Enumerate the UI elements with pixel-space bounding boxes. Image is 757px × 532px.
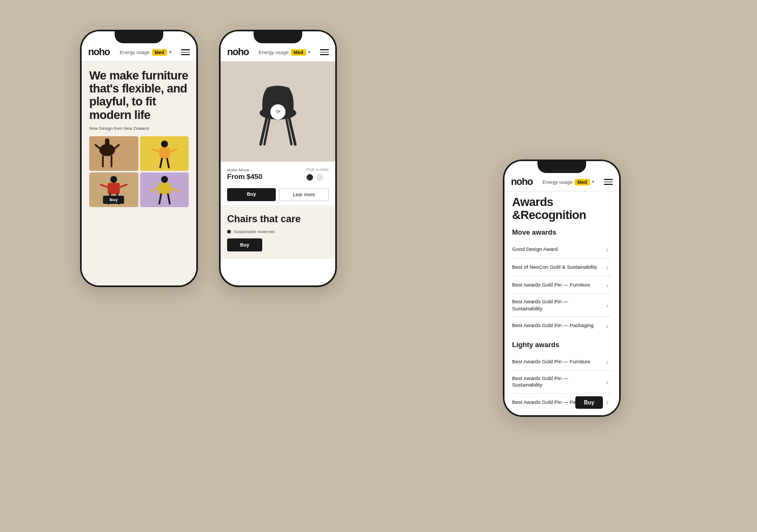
phone-1-subtext: New Design from New Zealand	[89, 126, 189, 131]
energy-badge-1: Med	[152, 49, 167, 56]
product-price: From $450	[227, 172, 262, 181]
award-row-neocon: Best of NeoCon Gold & Sustainability ↓	[512, 258, 612, 276]
svg-rect-7	[159, 148, 169, 159]
phone-1-logo: noho	[88, 46, 110, 58]
chairs-headline: Chairs that care	[227, 214, 329, 225]
color-option-light[interactable]	[316, 174, 323, 181]
phone-1-product-grid: Buy	[89, 136, 189, 207]
color-picker-label: Pick a color	[307, 167, 329, 172]
svg-point-1	[99, 144, 115, 156]
phone-1-content: We make furniture that's flexible, and p…	[82, 62, 196, 285]
buy-overlay-1[interactable]: Buy	[103, 196, 124, 204]
award-name-gold-sustainability: Best Awards Gold Pin — Sustainability	[512, 298, 599, 312]
award-row-good-design: Good Design Award ↓	[512, 241, 612, 258]
energy-usage-3: Energy usage Med ▾	[542, 179, 594, 185]
hamburger-menu-2[interactable]	[320, 49, 329, 55]
svg-line-10	[160, 158, 162, 167]
download-icon-8[interactable]: ↓	[603, 398, 612, 407]
phone-1-screen: noho Energy usage Med ▾ We make furnitur…	[82, 31, 196, 285]
learn-more-button[interactable]: Lear more	[279, 188, 329, 201]
svg-point-6	[161, 141, 168, 148]
sustainable-label: Sustainable materials	[234, 229, 275, 234]
download-icon-4[interactable]: ↓	[603, 301, 612, 310]
phone-1-headline: We make furniture that's flexible, and p…	[89, 69, 189, 122]
awards-content: Awards&Recognition Move awards Good Desi…	[504, 191, 619, 415]
svg-line-11	[167, 158, 169, 167]
energy-usage-1: Energy usage Med ▾	[119, 49, 171, 56]
award-name-gold-packaging: Best Awards Gold Pin — Packaging	[512, 322, 599, 329]
svg-rect-13	[108, 183, 119, 194]
sustainable-row: Sustainable materials	[227, 229, 329, 234]
svg-line-3	[114, 145, 119, 149]
svg-line-14	[101, 184, 108, 187]
download-icon-2[interactable]: ↓	[603, 263, 612, 271]
svg-point-12	[110, 176, 117, 183]
award-name-gold-furniture: Best Awards Gold Pin — Furniture	[512, 282, 599, 288]
phone-notch-3	[537, 161, 586, 173]
svg-line-9	[169, 149, 176, 152]
product-figure-2	[140, 136, 189, 171]
download-icon-6[interactable]: ↓	[603, 357, 612, 366]
award-row-gold-packaging: Best Awards Gold Pin — Packaging ↓	[512, 317, 612, 334]
download-icon-5[interactable]: ↓	[603, 321, 612, 330]
energy-usage-2: Energy usage Med ▾	[258, 49, 310, 56]
phone-3-screen: noho Energy usage Med ▾ Awards&Recogniti…	[504, 161, 619, 415]
award-name-lighty-sustainability: Best Awards Gold Pin — Sustainability	[512, 375, 599, 389]
svg-line-21	[170, 187, 177, 191]
chevron-icon-3: ▾	[592, 179, 594, 184]
award-row-lighty-sustainability: Best Awards Gold Pin — Sustainability ↓	[512, 371, 612, 394]
svg-line-15	[119, 184, 127, 187]
product-image-area: ⟳	[221, 62, 335, 162]
phone-2-screen: noho Energy usage Med ▾	[221, 31, 335, 285]
product-figure-1	[89, 136, 138, 171]
award-row-gold-furniture: Best Awards Gold Pin — Furniture ↓	[512, 276, 612, 294]
move-awards-list: Good Design Award ↓ Best of NeoCon Gold …	[512, 241, 612, 334]
color-option-dark[interactable]	[307, 174, 313, 181]
product-image-1	[89, 136, 138, 171]
product-info: Noho Move From $450 Pick a color	[221, 162, 335, 184]
sustainable-dot	[227, 230, 231, 234]
svg-rect-19	[158, 183, 170, 194]
buy-button-lower[interactable]: Buy	[227, 238, 262, 251]
svg-line-20	[151, 187, 158, 191]
buy-tooltip[interactable]: Buy	[575, 396, 603, 409]
phone-notch-1	[115, 31, 163, 43]
color-options	[307, 174, 329, 181]
download-icon-3[interactable]: ↓	[603, 281, 612, 289]
svg-line-2	[96, 145, 101, 149]
lighty-awards-title: Lighty awards	[512, 341, 612, 349]
chevron-icon-1: ▾	[169, 50, 171, 55]
award-name-neocon: Best of NeoCon Gold & Sustainability	[512, 264, 599, 270]
phone-notch-2	[254, 31, 302, 43]
product-action-buttons: Buy Lear more	[221, 184, 335, 206]
energy-label-2: Energy usage	[258, 50, 289, 55]
chevron-icon-2: ▾	[308, 50, 310, 55]
awards-body: Awards&Recognition Move awards Good Desi…	[504, 191, 619, 415]
svg-line-22	[159, 194, 161, 204]
rotate-button[interactable]: ⟳	[270, 104, 285, 119]
phone-2-logo: noho	[227, 46, 249, 58]
hamburger-menu-1[interactable]	[181, 49, 190, 55]
download-icon-7[interactable]: ↓	[603, 377, 612, 386]
energy-label-3: Energy usage	[542, 179, 573, 185]
product-image-4	[140, 172, 189, 207]
award-row-lighty-furniture: Best Awards Gold Pin — Furniture ↓	[512, 353, 612, 371]
phone2-lower-content: Chairs that care Sustainable materials B…	[221, 206, 335, 259]
product-category: Noho Move	[227, 168, 262, 172]
product-image-2	[140, 136, 189, 171]
award-row-gold-sustainability: Best Awards Gold Pin — Sustainability ↓	[512, 294, 612, 317]
phone-3: noho Energy usage Med ▾ Awards&Recogniti…	[503, 159, 621, 417]
energy-badge-3: Med	[575, 179, 590, 185]
svg-line-23	[168, 194, 169, 204]
hamburger-menu-3[interactable]	[604, 179, 613, 185]
award-name-good-design: Good Design Award	[512, 246, 599, 252]
download-icon-1[interactable]: ↓	[603, 245, 612, 254]
move-awards-title: Move awards	[512, 228, 612, 236]
energy-label-1: Energy usage	[119, 50, 150, 55]
svg-point-18	[161, 176, 168, 183]
svg-line-8	[152, 149, 159, 152]
buy-button-phone2[interactable]: Buy	[227, 188, 276, 201]
award-name-lighty-furniture: Best Awards Gold Pin — Furniture	[512, 358, 599, 365]
energy-badge-2: Med	[291, 49, 306, 56]
phone-2: noho Energy usage Med ▾	[219, 30, 337, 287]
